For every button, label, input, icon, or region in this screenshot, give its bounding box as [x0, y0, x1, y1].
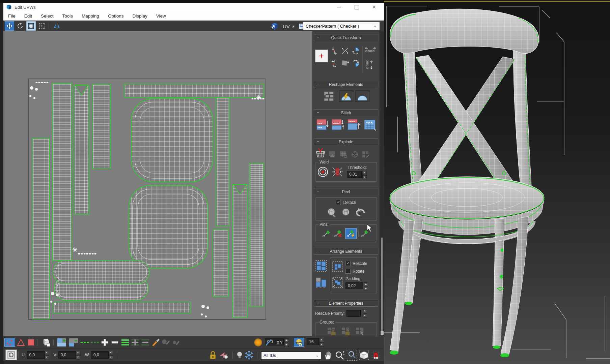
space-vertical-button[interactable]	[365, 59, 376, 72]
zoom-extents-cube-icon[interactable]	[359, 351, 369, 360]
shrink-ring-button[interactable]	[141, 338, 150, 347]
hide-icon[interactable]	[237, 351, 243, 359]
rescale-checkbox[interactable]: ✓	[345, 261, 351, 266]
maximize-button[interactable]	[353, 4, 360, 10]
align-vertical-button[interactable]	[330, 46, 339, 56]
vertex-mode-button[interactable]	[4, 338, 15, 347]
collapse-icon[interactable]: −	[316, 35, 320, 39]
box-align-button[interactable]	[340, 58, 350, 69]
shrink-loop-button[interactable]	[110, 338, 119, 347]
rollout-header-element-properties[interactable]: − Element Properties	[314, 300, 378, 307]
uv-island-ticks[interactable]	[251, 98, 265, 99]
pivot-reset-button[interactable]	[315, 50, 328, 62]
uv-island-seat[interactable]	[129, 185, 208, 268]
menu-file[interactable]: File	[8, 13, 16, 19]
stitch-custom-button[interactable]	[363, 119, 377, 132]
padding-field[interactable]: 0,02	[345, 282, 363, 289]
uv-space-dropdown[interactable]: UV	[283, 24, 290, 29]
rotate-tool-button[interactable]	[16, 21, 25, 31]
uv-island-strip[interactable]	[53, 302, 190, 313]
uv-island-strip[interactable]	[232, 184, 247, 317]
uv-island-strip[interactable]	[92, 84, 110, 169]
stitch-to-average-button[interactable]	[331, 119, 345, 132]
edge-mode-button[interactable]	[16, 338, 25, 347]
falloff-space-label[interactable]: XY	[276, 340, 283, 345]
pattern-selector-dropdown[interactable]: CheckerPattern ( Checker ) ⌄	[303, 22, 380, 30]
collapse-icon[interactable]: −	[316, 301, 320, 305]
move-tool-button[interactable]	[5, 21, 14, 31]
collapse-icon[interactable]: −	[316, 111, 320, 114]
pack-selected-button[interactable]	[332, 261, 343, 273]
uv-island-strip[interactable]	[124, 84, 264, 97]
uv-island-strip[interactable]	[250, 163, 264, 307]
rollout-header-arrange[interactable]: − Arrange Elements	[314, 248, 378, 255]
collapse-icon[interactable]: −	[316, 82, 320, 86]
v-spinner[interactable]	[76, 351, 80, 359]
scale-tool-button[interactable]	[26, 21, 36, 31]
rotate-cw-button[interactable]	[351, 58, 360, 69]
edge-distance-field[interactable]: 16	[307, 338, 319, 345]
minimize-button[interactable]	[335, 4, 343, 10]
rollout-header-reshape[interactable]: − Reshape Elements	[314, 81, 378, 88]
pin-tool-button[interactable]	[322, 229, 332, 238]
uv-island-strip[interactable]	[52, 83, 72, 261]
paint-shrink-button[interactable]	[171, 338, 180, 347]
unpin-button[interactable]	[333, 229, 343, 238]
filter-selected-faces-icon[interactable]	[219, 351, 229, 360]
menu-options[interactable]: Options	[108, 13, 124, 19]
uv-island-small-parts[interactable]	[29, 86, 38, 99]
break-button[interactable]	[315, 148, 326, 159]
viewport-3d[interactable]	[384, 0, 610, 364]
w-spinner[interactable]	[109, 351, 113, 359]
uv-island-small-parts[interactable]	[50, 292, 59, 305]
loop-mode-button[interactable]	[120, 338, 130, 347]
freeze-snowflake-icon[interactable]	[245, 351, 253, 360]
paint-select-button[interactable]	[151, 338, 160, 347]
grow-loop-button[interactable]	[100, 338, 109, 347]
uv-island-seat[interactable]	[131, 98, 213, 182]
group-select-button[interactable]	[355, 327, 366, 336]
element-mode-button[interactable]	[40, 338, 52, 347]
edge-distance-spinner[interactable]	[320, 338, 324, 346]
weld-selected-button[interactable]	[331, 166, 343, 179]
u-field[interactable]: 0,0	[27, 351, 45, 359]
falloff-curve-icon[interactable]	[265, 338, 273, 346]
reset-peel-button[interactable]	[355, 207, 366, 218]
uv-island-cap[interactable]	[73, 247, 77, 252]
scrollbar-end-button[interactable]	[381, 331, 384, 335]
v-field[interactable]: 0,0	[58, 351, 76, 359]
select-edge-loop-button[interactable]	[80, 338, 89, 347]
collapse-icon[interactable]: −	[316, 140, 320, 143]
polygon-mode-button[interactable]	[26, 338, 35, 347]
uv-island-strip[interactable]	[216, 97, 229, 226]
stitch-to-source-button[interactable]	[347, 119, 361, 132]
weld-threshold-spinner[interactable]	[362, 171, 367, 179]
shrink-selection-button[interactable]	[68, 338, 79, 347]
w-field[interactable]: 0,0	[91, 351, 109, 359]
quick-relax-button[interactable]	[339, 90, 353, 102]
break-by-element-button[interactable]	[361, 150, 370, 159]
rollout-header-stitch[interactable]: − Stitch	[314, 109, 378, 116]
uv-island-small-parts[interactable]	[201, 305, 209, 317]
uv-editor-viewport[interactable]	[3, 31, 312, 336]
uv-island-strip[interactable]	[32, 138, 50, 319]
break-by-angle-button[interactable]	[328, 150, 337, 159]
grow-ring-button[interactable]	[131, 338, 140, 347]
peel-mode-button[interactable]	[340, 207, 351, 218]
auto-pin-button[interactable]	[345, 228, 357, 239]
menu-edit[interactable]: Edit	[24, 13, 32, 19]
rollout-header-peel[interactable]: − Peel	[314, 188, 378, 195]
snap-magnet-icon[interactable]	[371, 351, 381, 360]
panel-scrollbar[interactable]	[380, 31, 384, 336]
lock-selection-icon[interactable]	[209, 351, 217, 360]
relax-tool-button[interactable]	[355, 90, 369, 102]
rollout-header-explode[interactable]: − Explode	[314, 138, 378, 145]
rotate-ccw-button[interactable]	[351, 46, 360, 56]
quick-peel-button[interactable]	[326, 207, 337, 218]
align-horizontal-button[interactable]	[330, 58, 339, 69]
grow-selection-button[interactable]	[56, 338, 67, 347]
uv-island-ticks[interactable]	[78, 253, 97, 254]
break-by-smoothing-button[interactable]	[350, 150, 359, 159]
collapse-icon[interactable]: −	[316, 189, 320, 193]
weld-threshold-field[interactable]: 0,01	[347, 171, 362, 178]
